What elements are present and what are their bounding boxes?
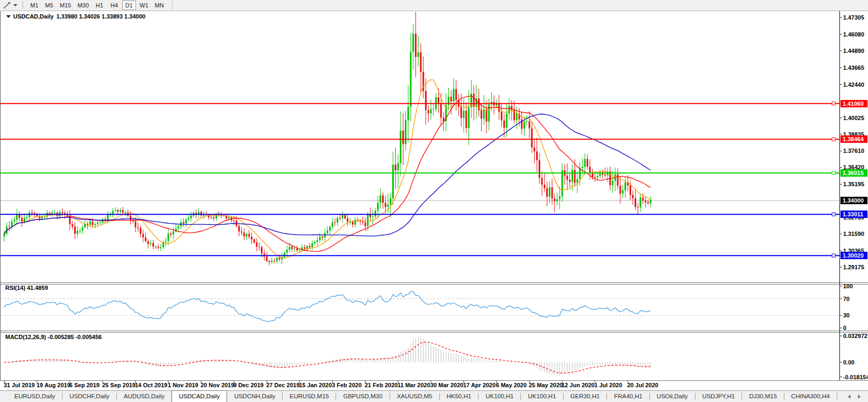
timeframe-toolbar: M1M5M15M30H1H4D1W1MN xyxy=(0,0,868,11)
date-label: 25 May 2020 xyxy=(529,382,563,388)
timeframe-button-m15[interactable]: M15 xyxy=(57,1,74,10)
date-label: 21 Feb 2020 xyxy=(365,382,397,388)
chart-tab-usoil-daily[interactable]: USOil,Daily xyxy=(650,391,695,402)
date-label: 15 Jan 2020 xyxy=(299,382,332,388)
timeframe-buttons: M1M5M15M30H1H4D1W1MN xyxy=(27,1,167,10)
tab-scroll-left-icon[interactable] xyxy=(848,395,851,399)
chart-symbol-period: USDCAD,Daily xyxy=(13,13,53,20)
date-label: 27 Dec 2019 xyxy=(266,382,300,388)
timeframe-button-h1[interactable]: H1 xyxy=(93,1,106,10)
price-tick-label: 1.35195 xyxy=(843,181,864,187)
level-price-chip: 1.36015 xyxy=(840,169,867,177)
date-label: 20 Nov 2019 xyxy=(201,382,234,388)
chart-tab-china300-h4[interactable]: CHINA300,H4 xyxy=(784,391,837,402)
timeframe-button-m1[interactable]: M1 xyxy=(28,1,41,10)
rsi-indicator-label: RSI(14) 41.4859 xyxy=(5,285,48,291)
price-tick-label: 1.31590 xyxy=(843,231,864,237)
timeframe-button-h4[interactable]: H4 xyxy=(107,1,121,10)
price-tick-label: 1.43665 xyxy=(843,65,864,71)
chart-tab-eurusd-m15[interactable]: EURUSD,M15 xyxy=(283,391,336,402)
date-label: 17 Apr 2020 xyxy=(463,382,495,388)
chart-cursor-icon[interactable] xyxy=(2,1,12,10)
price-tick-label: 1.42440 xyxy=(843,81,864,88)
price-tick-label: 1.29175 xyxy=(843,264,864,270)
cursor-dropdown-arrow[interactable] xyxy=(13,4,17,6)
level-price-chip: 1.41060 xyxy=(840,100,867,107)
price-tick-label: 1.40025 xyxy=(843,115,864,121)
timeframe-button-m5[interactable]: M5 xyxy=(42,1,56,10)
chart-tab-eurusd-daily[interactable]: EURUSD,Daily xyxy=(7,391,62,402)
timeframe-button-d1[interactable]: D1 xyxy=(122,1,136,10)
timeframe-button-mn[interactable]: MN xyxy=(152,1,166,10)
toolbar-separator xyxy=(172,1,173,10)
date-label: 3 Feb 2020 xyxy=(332,382,361,388)
date-label: 9 Dec 2019 xyxy=(233,382,264,388)
chart-tab-usdcad-daily[interactable]: USDCAD,Daily xyxy=(171,390,227,402)
date-label: 19 Aug 2019 xyxy=(37,382,70,388)
pane-splitter-rsi[interactable] xyxy=(0,281,868,284)
macd-tick-label: -0.018154 xyxy=(843,374,868,380)
chart-tab-xauusd-m5[interactable]: XAUUSD,M5 xyxy=(390,391,439,402)
date-label: 20 Jul 2020 xyxy=(627,382,658,388)
date-label: 1 Nov 2019 xyxy=(168,382,198,388)
toolbar-grip[interactable] xyxy=(22,2,24,9)
chart-title: USDCAD,Daily 1.33980 1.34026 1.33893 1.3… xyxy=(6,13,146,20)
date-label: 14 Oct 2019 xyxy=(135,382,167,388)
current-price-chip: 1.34000 xyxy=(840,197,867,204)
date-label: 11 Mar 2020 xyxy=(397,382,430,388)
chart-tab-uk100-h1[interactable]: UK100,H1 xyxy=(521,391,563,402)
chart-window[interactable] xyxy=(0,11,868,390)
chart-tab-usdjpy-h1[interactable]: USDJPY,H1 xyxy=(695,391,742,402)
date-label: 25 Sep 2019 xyxy=(102,382,135,388)
level-price-chip: 1.33011 xyxy=(840,211,867,218)
timeframe-button-m30[interactable]: M30 xyxy=(75,1,91,10)
chart-tab-hk50-h1[interactable]: HK50,H1 xyxy=(440,391,478,402)
chart-tab-gbpusd-m30[interactable]: GBPUSD,M30 xyxy=(336,391,389,402)
chart-tab-fra40-h1[interactable]: FRA40,H1 xyxy=(607,391,649,402)
tab-separator xyxy=(837,393,837,400)
date-label: 6 Sep 2019 xyxy=(69,382,100,388)
level-price-chip: 1.38464 xyxy=(840,135,867,143)
macd-tick-label: 0.032972 xyxy=(843,333,867,339)
mt4-window: M1M5M15M30H1H4D1W1MN USDCAD,Daily 1.3398… xyxy=(0,0,868,402)
pane-splitter-macd[interactable] xyxy=(0,330,868,333)
symbol-dropdown-icon[interactable] xyxy=(6,15,11,18)
date-label: 12 Jun 2020 xyxy=(562,382,594,388)
chart-tabs: EURUSD,DailyUSDCHF,DailyAUDUSD,DailyUSDC… xyxy=(7,391,837,402)
chart-tab-ger30-h1[interactable]: GER30,H1 xyxy=(564,391,607,402)
price-tick-label: 1.44890 xyxy=(843,48,864,54)
chart-tab-dj30-m15[interactable]: DJ30,M15 xyxy=(742,391,783,402)
date-label: 1 Jul 2020 xyxy=(594,382,622,388)
macd-tick-label: 0.00 xyxy=(843,359,854,366)
date-label: 6 May 2020 xyxy=(496,382,527,388)
price-tick-label: 1.46080 xyxy=(843,31,864,38)
chart-tab-usdchf-daily[interactable]: USDCHF,Daily xyxy=(62,391,116,402)
chart-tab-audusd-daily[interactable]: AUDUSD,Daily xyxy=(117,391,171,402)
chart-tab-uk100-h1[interactable]: UK100,H1 xyxy=(478,391,520,402)
tab-scroll-right-icon[interactable] xyxy=(858,395,861,399)
macd-indicator-label: MACD(12,26,9) -0.005285 -0.005456 xyxy=(5,334,102,340)
chart-ohlc-values: 1.33980 1.34026 1.33893 1.34000 xyxy=(56,13,145,20)
price-tick-label: 1.37610 xyxy=(843,148,864,154)
price-tick-label: 1.47305 xyxy=(843,14,864,21)
date-label: 31 Jul 2019 xyxy=(4,382,35,388)
date-label: 30 Mar 2020 xyxy=(430,382,463,388)
tab-scroll-arrows xyxy=(848,395,868,399)
chart-tab-usdcnh-daily[interactable]: USDCNH,Daily xyxy=(227,391,282,402)
timeframe-button-w1[interactable]: W1 xyxy=(137,1,151,10)
level-price-chip: 1.30020 xyxy=(840,252,867,259)
rsi-tick-label: 30 xyxy=(843,312,849,318)
rsi-tick-label: 70 xyxy=(843,296,849,302)
chart-tab-bar: EURUSD,DailyUSDCHF,DailyAUDUSD,DailyUSDC… xyxy=(0,390,868,402)
